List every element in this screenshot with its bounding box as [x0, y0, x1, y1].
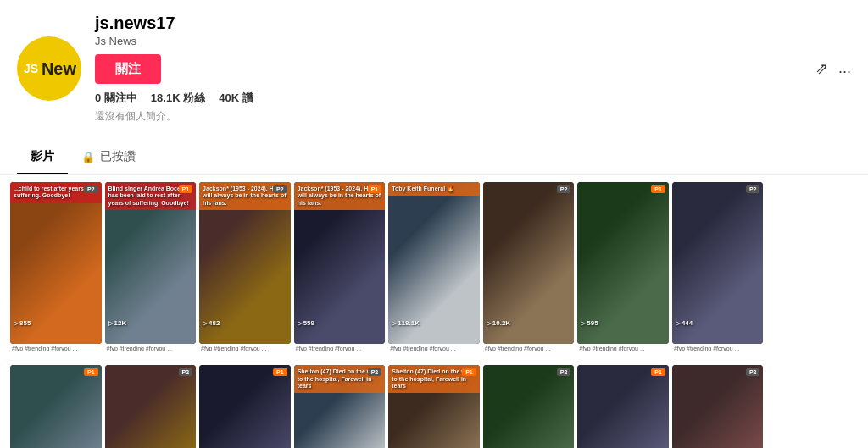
play-icon: ▷	[392, 320, 396, 327]
view-count: ▷ 595	[581, 319, 598, 327]
avatar-js-label: JS	[24, 62, 38, 75]
video-item[interactable]: P2 ▷ 5097 #fyp #trending #foryou ...	[105, 365, 197, 448]
video-card[interactable]: Jackson* (1953 - 2024). He will always b…	[199, 182, 291, 344]
video-card[interactable]: P1 ▷ 13.3K	[199, 365, 291, 448]
channel-name: js.news17	[95, 14, 802, 33]
video-item[interactable]: P2 Rest in peace ▷ 3029 #fyp #trending #…	[672, 365, 764, 448]
play-icon: ▷	[581, 320, 585, 327]
play-icon: ▷	[487, 320, 491, 327]
play-icon: ▷	[203, 320, 207, 327]
video-item[interactable]: Shelton (47) Died on the way to the hosp…	[388, 365, 480, 448]
video-item[interactable]: Toby Keith Funeral 🔥 ▷ 118.1K #fyp #tren…	[388, 182, 480, 351]
video-card[interactable]: Shelton (47) Died on the way to the hosp…	[388, 365, 480, 448]
lock-icon: 🔒	[81, 151, 95, 163]
video-card[interactable]: P2 ▷ 444	[672, 182, 764, 344]
quality-badge: P1	[179, 185, 193, 193]
header-actions: ⇗ ...	[815, 59, 851, 78]
video-card[interactable]: ...child to rest after years of sufferin…	[10, 182, 102, 344]
quality-badge: P2	[557, 368, 571, 376]
quality-badge: P1	[84, 368, 98, 376]
tabs-bar: 影片 🔒 已按讚	[0, 141, 868, 175]
stats-row: 0 關注中 18.1K 粉絲 40K 讚	[95, 91, 802, 106]
channel-info: js.news17 Js News 關注 0 關注中 18.1K 粉絲 40K …	[95, 14, 802, 124]
bio-text: 還沒有個人簡介。	[95, 109, 802, 124]
video-card[interactable]: Jackson* (1953 - 2024). He will always b…	[294, 182, 386, 344]
view-count: ▷ 482	[203, 319, 220, 327]
share-button[interactable]: ⇗	[815, 59, 828, 78]
stat-followers: 18.1K 粉絲	[151, 91, 205, 106]
quality-badge: P1	[462, 368, 476, 376]
video-item[interactable]: Jackson* (1953 - 2024). He will always b…	[199, 182, 291, 351]
view-count: ▷ 559	[298, 319, 314, 327]
video-card[interactable]: Shelton (47) Died on the way to the hosp…	[294, 365, 386, 448]
view-count: ▷ 12K	[108, 319, 127, 327]
stat-following: 0 關注中	[95, 91, 137, 106]
quality-badge: P1	[273, 368, 287, 376]
video-item[interactable]: P1 ▷ 595 #fyp #trending #foryou ...	[577, 182, 669, 351]
video-thumbnail	[105, 365, 197, 448]
video-item[interactable]: P1 ▷ 413 #fyp #trending #foryou ...	[10, 365, 102, 448]
quality-badge: P1	[368, 185, 382, 193]
view-count: ▷ 855	[14, 319, 31, 327]
video-item[interactable]: Shelton (47) Died on the way to the hosp…	[294, 365, 386, 448]
quality-badge: P2	[746, 368, 760, 376]
video-card[interactable]: P2 ▷ 5097	[105, 365, 197, 448]
play-icon: ▷	[14, 320, 18, 327]
video-card[interactable]: P2 ▷ 1174	[483, 365, 575, 448]
video-item[interactable]: P1 ▷ 13.3K #fyp #trending #foryou ...	[199, 365, 291, 448]
video-tags: #fyp #trending #foryou ...	[10, 346, 102, 351]
profile-header: JS New js.news17 Js News 關注 0 關注中 18.1K …	[0, 0, 868, 175]
quality-badge: P2	[557, 185, 571, 193]
tab-videos[interactable]: 影片	[17, 141, 68, 174]
play-icon: ▷	[676, 320, 680, 327]
video-item[interactable]: P2 ▷ 1174 #fyp #trending #foryou ...	[483, 365, 575, 448]
avatar: JS New	[17, 36, 81, 101]
follow-button[interactable]: 關注	[95, 54, 161, 84]
video-grid: ...child to rest after years of sufferin…	[0, 175, 868, 358]
video-tags: #fyp #trending #foryou ...	[577, 346, 669, 351]
video-tags: #fyp #trending #foryou ...	[294, 346, 386, 351]
play-icon: ▷	[108, 320, 113, 327]
avatar-new-label: New	[42, 59, 76, 79]
video-tags: #fyp #trending #foryou ...	[483, 346, 575, 351]
quality-badge: P2	[746, 185, 760, 193]
view-count: ▷ 444	[676, 319, 693, 327]
quality-badge: P1	[651, 185, 665, 193]
video-thumbnail	[199, 365, 291, 448]
channel-handle: Js News	[95, 35, 802, 47]
tab-liked[interactable]: 🔒 已按讚	[68, 141, 149, 174]
video-card[interactable]: P2 Rest in peace ▷ 3029	[672, 365, 764, 448]
quality-badge: P2	[84, 185, 98, 193]
video-tags: #fyp #trending #foryou ...	[672, 346, 764, 351]
video-item[interactable]: ...child to rest after years of sufferin…	[10, 182, 102, 351]
tab-videos-label: 影片	[31, 149, 54, 164]
video-item[interactable]: Blind singer Andrea Bocelli has been lai…	[105, 182, 197, 351]
video-item[interactable]: P2 ▷ 444 #fyp #trending #foryou ...	[672, 182, 764, 351]
more-button[interactable]: ...	[838, 59, 851, 77]
video-card[interactable]: Toby Keith Funeral 🔥 ▷ 118.1K	[388, 182, 480, 344]
view-count: ▷ 118.1K	[392, 319, 420, 327]
video-card[interactable]: P1 ▷ 1242	[577, 365, 669, 448]
quality-badge: P2	[273, 185, 287, 193]
play-icon: ▷	[298, 320, 302, 327]
video-thumbnail	[577, 365, 669, 448]
video-card[interactable]: P1 ▷ 413	[10, 365, 102, 448]
video-card[interactable]: Blind singer Andrea Bocelli has been lai…	[105, 182, 197, 344]
quality-badge: P2	[179, 368, 193, 376]
video-thumbnail	[672, 365, 764, 448]
video-tags: #fyp #trending #foryou ...	[105, 346, 197, 351]
video-thumbnail	[483, 365, 575, 448]
stat-likes: 40K 讚	[219, 91, 253, 106]
video-item[interactable]: P1 ▷ 1242 #fyp #trending #foryou ...	[577, 365, 669, 448]
video-card[interactable]: P1 ▷ 595	[577, 182, 669, 344]
view-count: ▷ 10.2K	[487, 319, 510, 327]
quality-badge: P2	[368, 368, 382, 376]
quality-badge: P1	[651, 368, 665, 376]
video-card[interactable]: P2 ▷ 10.2K	[483, 182, 575, 344]
video-tags: #fyp #trending #foryou ...	[199, 346, 291, 351]
video-item[interactable]: P2 ▷ 10.2K #fyp #trending #foryou ...	[483, 182, 575, 351]
tab-liked-label: 已按讚	[100, 149, 136, 164]
video-thumbnail	[10, 365, 102, 448]
video-item[interactable]: Jackson* (1953 - 2024). He will always b…	[294, 182, 386, 351]
video-overlay-title: Toby Keith Funeral 🔥	[388, 182, 480, 196]
